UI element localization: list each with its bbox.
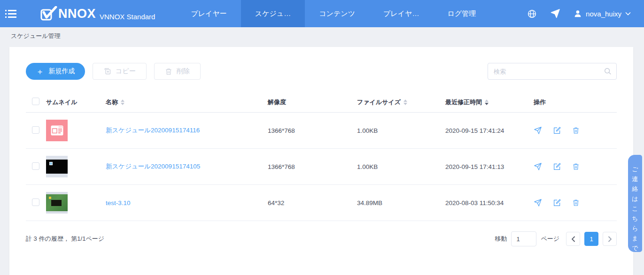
circuit-board-chip <box>51 200 62 206</box>
thumbnail[interactable] <box>46 192 68 214</box>
publish-icon[interactable] <box>534 199 542 207</box>
filesize-value: 1.00KB <box>357 127 445 134</box>
nav-item-label: スケジュ… <box>255 9 291 18</box>
pagination: 移動 ページ 1 <box>495 231 617 246</box>
nav-item-3[interactable]: プレイヤ… <box>369 0 433 27</box>
filesize-value: 34.89MB <box>357 199 445 206</box>
sort-modified-control[interactable] <box>485 99 489 105</box>
logo[interactable]: NNOX VNNOX Standard <box>40 0 155 27</box>
row-checkbox[interactable] <box>32 199 39 206</box>
resolution-value: 64*32 <box>268 199 357 206</box>
row-checkbox[interactable] <box>32 162 39 170</box>
header-thumbnail: サムネイル <box>46 98 106 107</box>
row-actions <box>534 199 617 207</box>
modified-value: 2020-09-15 17:41:24 <box>445 127 534 134</box>
menu-toggle-button[interactable] <box>0 0 22 27</box>
next-page-button[interactable] <box>603 232 617 246</box>
language-globe-icon[interactable] <box>527 9 537 19</box>
circuit-board-component <box>49 197 51 199</box>
plus-icon: ＋ <box>36 68 44 76</box>
contact-us-tab[interactable]: ご連絡はこちらまで <box>628 155 642 252</box>
header-modified: 最近修正時間 <box>445 98 482 107</box>
delete-button[interactable]: 削除 <box>154 63 201 80</box>
chevron-right-icon <box>608 236 612 242</box>
screen-thumbnail-widget <box>49 162 53 165</box>
filesize-value: 1.00KB <box>357 163 445 170</box>
delete-icon[interactable] <box>572 126 580 135</box>
publish-icon[interactable] <box>534 162 542 171</box>
edit-icon[interactable] <box>553 126 561 135</box>
user-icon <box>574 9 582 18</box>
row-actions <box>534 126 617 135</box>
select-all-checkbox[interactable] <box>32 98 39 105</box>
resolution-value: 1366*768 <box>268 127 357 134</box>
vnnox-logo-icon <box>40 6 57 21</box>
new-button-label: 新規作成 <box>49 67 75 76</box>
schedule-name-link[interactable]: 新スケジュール20200915174105 <box>106 163 200 170</box>
edit-icon[interactable] <box>553 162 561 171</box>
page-label: ページ <box>541 235 559 243</box>
sort-filesize-control[interactable] <box>403 99 407 105</box>
top-navbar: NNOX VNNOX Standard プレイヤースケジュ…コンテンツプレイヤ…… <box>0 0 644 27</box>
row-checkbox[interactable] <box>32 126 39 134</box>
goto-page-input[interactable] <box>511 231 536 246</box>
nav-item-4[interactable]: ログ管理 <box>433 0 490 27</box>
row-actions <box>534 162 617 171</box>
goto-label: 移動 <box>495 235 507 243</box>
nav-item-label: プレイヤ… <box>383 9 419 18</box>
nav-menu: プレイヤースケジュ…コンテンツプレイヤ…ログ管理 <box>177 0 490 27</box>
table-footer: 計 3 件の履歴， 第1/1ページ 移動 ページ 1 <box>9 221 633 246</box>
nav-item-label: ログ管理 <box>447 9 476 18</box>
delete-icon[interactable] <box>572 162 580 171</box>
delete-button-label: 削除 <box>177 67 190 76</box>
copy-icon <box>103 68 111 76</box>
sort-name-control[interactable] <box>121 99 124 105</box>
search-input[interactable] <box>488 63 617 80</box>
chevron-down-icon <box>625 12 631 15</box>
user-menu[interactable]: nova_huixy <box>574 9 631 18</box>
list-menu-icon <box>5 10 16 18</box>
contact-tab-text: ご連絡はこちらまで <box>632 164 638 253</box>
prev-page-button[interactable] <box>566 232 580 246</box>
layout-thumbnail-icon <box>51 125 63 136</box>
header-resolution: 解像度 <box>268 98 357 107</box>
search-icon[interactable] <box>604 67 612 77</box>
trash-icon <box>165 68 172 76</box>
copy-button-label: コピー <box>116 67 136 76</box>
table-body: 新スケジュール20200915174116 1366*768 1.00KB 20… <box>26 113 617 221</box>
logo-text: NNOX <box>58 7 96 21</box>
search-box <box>488 63 617 80</box>
publish-icon[interactable] <box>534 126 542 135</box>
nav-item-2[interactable]: コンテンツ <box>305 0 369 27</box>
publish-plane-icon[interactable] <box>550 8 560 19</box>
nav-item-label: プレイヤー <box>191 9 226 18</box>
records-summary: 計 3 件の履歴， 第1/1ページ <box>26 235 104 243</box>
edit-icon[interactable] <box>553 199 561 207</box>
breadcrumb-bar: スケジュール管理 <box>0 27 644 45</box>
new-schedule-button[interactable]: ＋ 新規作成 <box>26 63 85 80</box>
thumbnail[interactable] <box>46 156 68 177</box>
page-1-button[interactable]: 1 <box>584 232 598 246</box>
resolution-value: 1366*768 <box>268 163 357 170</box>
table-row: test-3.10 64*32 34.89MB 2020-08-03 11:50… <box>26 185 617 221</box>
navbar-right: nova_huixy <box>527 0 644 27</box>
nav-item-0[interactable]: プレイヤー <box>177 0 241 27</box>
username: nova_huixy <box>586 10 621 18</box>
copy-button[interactable]: コピー <box>93 63 147 80</box>
logo-subtitle: VNNOX Standard <box>100 13 155 21</box>
delete-icon[interactable] <box>572 199 580 207</box>
header-filesize: ファイルサイズ <box>357 98 401 107</box>
schedule-name-link[interactable]: test-3.10 <box>106 199 131 206</box>
modified-value: 2020-08-03 11:50:34 <box>445 199 534 206</box>
nav-item-label: コンテンツ <box>319 9 355 18</box>
schedule-table: サムネイル 名称 解像度 ファイルサイズ 最近修正時間 操 <box>26 92 617 221</box>
nav-item-1[interactable]: スケジュ… <box>241 0 305 27</box>
table-row: 新スケジュール20200915174116 1366*768 1.00KB 20… <box>26 113 617 149</box>
table-row: 新スケジュール20200915174105 1366*768 1.00KB 20… <box>26 149 617 185</box>
breadcrumb: スケジュール管理 <box>11 32 61 40</box>
thumbnail[interactable] <box>46 120 68 141</box>
toolbar: ＋ 新規作成 コピー 削除 <box>9 47 633 80</box>
schedule-name-link[interactable]: 新スケジュール20200915174116 <box>106 127 200 134</box>
header-operations: 操作 <box>534 98 617 107</box>
table-header-row: サムネイル 名称 解像度 ファイルサイズ 最近修正時間 操 <box>26 92 617 113</box>
